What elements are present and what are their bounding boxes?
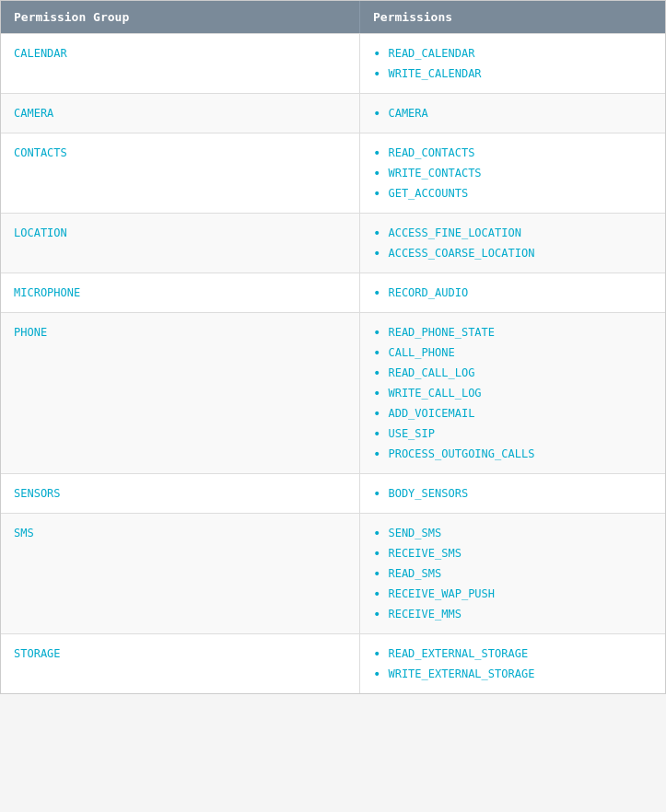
table-row: SENSORS•BODY_SENSORS (1, 473, 665, 513)
table-row: CONTACTS•READ_CONTACTS•WRITE_CONTACTS•GE… (1, 133, 665, 213)
perm-label: READ_SMS (388, 567, 441, 580)
perm-item: •RECEIVE_MMS (373, 604, 652, 624)
perm-label: ACCESS_FINE_LOCATION (388, 226, 521, 239)
perm-label: READ_PHONE_STATE (388, 326, 495, 339)
cell-group-contacts: CONTACTS (1, 133, 360, 213)
table-row: CALENDAR•READ_CALENDAR•WRITE_CALENDAR (1, 33, 665, 93)
perm-label: ADD_VOICEMAIL (388, 407, 474, 420)
perm-label: WRITE_EXTERNAL_STORAGE (388, 667, 534, 680)
bullet-icon: • (373, 346, 380, 359)
perm-item: •WRITE_CONTACTS (373, 163, 652, 183)
cell-group-storage: STORAGE (1, 634, 360, 693)
bullet-icon: • (373, 167, 380, 180)
perm-label: WRITE_CALENDAR (388, 67, 481, 80)
permissions-table: Permission Group Permissions CALENDAR•RE… (0, 0, 666, 694)
table-body: CALENDAR•READ_CALENDAR•WRITE_CALENDARCAM… (1, 33, 665, 693)
bullet-icon: • (373, 107, 380, 120)
bullet-icon: • (373, 366, 380, 379)
cell-perms-calendar: •READ_CALENDAR•WRITE_CALENDAR (360, 34, 665, 93)
perm-label: RECEIVE_WAP_PUSH (388, 587, 495, 600)
perm-label: READ_CONTACTS (388, 146, 474, 159)
table-row: STORAGE•READ_EXTERNAL_STORAGE•WRITE_EXTE… (1, 633, 665, 693)
perm-label: CAMERA (388, 107, 427, 120)
perm-item: •READ_CONTACTS (373, 143, 652, 163)
perm-label: CALL_PHONE (388, 346, 454, 359)
perm-item: •BODY_SENSORS (373, 483, 652, 504)
perm-label: READ_EXTERNAL_STORAGE (388, 647, 528, 660)
perm-item: •RECEIVE_WAP_PUSH (373, 584, 652, 604)
bullet-icon: • (373, 146, 380, 159)
table-row: MICROPHONE•RECORD_AUDIO (1, 273, 665, 312)
cell-perms-contacts: •READ_CONTACTS•WRITE_CONTACTS•GET_ACCOUN… (360, 133, 665, 213)
bullet-icon: • (373, 587, 380, 600)
perm-item: •CAMERA (373, 103, 652, 123)
table-row: LOCATION•ACCESS_FINE_LOCATION•ACCESS_COA… (1, 213, 665, 273)
perm-item: •WRITE_CALENDAR (373, 64, 652, 84)
bullet-icon: • (373, 647, 380, 660)
perm-label: ACCESS_COARSE_LOCATION (388, 247, 534, 260)
perm-label: SEND_SMS (388, 527, 441, 539)
perm-item: •READ_EXTERNAL_STORAGE (373, 644, 652, 664)
cell-group-sms: SMS (1, 514, 360, 633)
bullet-icon: • (373, 226, 380, 239)
perm-item: •USE_SIP (373, 423, 652, 444)
bullet-icon: • (373, 527, 380, 539)
perm-item: •SEND_SMS (373, 523, 652, 543)
bullet-icon: • (373, 247, 380, 260)
bullet-icon: • (373, 427, 380, 440)
perm-label: RECEIVE_MMS (388, 608, 461, 621)
cell-perms-microphone: •RECORD_AUDIO (360, 273, 665, 312)
perm-item: •READ_CALENDAR (373, 43, 652, 64)
perm-item: •ACCESS_FINE_LOCATION (373, 223, 652, 243)
perm-label: READ_CALL_LOG (388, 366, 474, 379)
perm-item: •CALL_PHONE (373, 342, 652, 363)
cell-group-camera: CAMERA (1, 94, 360, 133)
cell-perms-camera: •CAMERA (360, 94, 665, 133)
perm-item: •GET_ACCOUNTS (373, 183, 652, 203)
cell-group-microphone: MICROPHONE (1, 273, 360, 312)
perm-label: USE_SIP (388, 427, 435, 440)
perm-item: •ADD_VOICEMAIL (373, 403, 652, 423)
perm-item: •READ_SMS (373, 563, 652, 584)
bullet-icon: • (373, 487, 380, 500)
cell-perms-location: •ACCESS_FINE_LOCATION•ACCESS_COARSE_LOCA… (360, 214, 665, 273)
bullet-icon: • (373, 547, 380, 560)
bullet-icon: • (373, 326, 380, 339)
bullet-icon: • (373, 567, 380, 580)
bullet-icon: • (373, 407, 380, 420)
table-header: Permission Group Permissions (1, 1, 665, 33)
cell-perms-sensors: •BODY_SENSORS (360, 474, 665, 513)
perm-label: BODY_SENSORS (388, 487, 468, 500)
table-row: CAMERA•CAMERA (1, 93, 665, 133)
perm-item: •RECEIVE_SMS (373, 543, 652, 563)
table-row: PHONE•READ_PHONE_STATE•CALL_PHONE•READ_C… (1, 312, 665, 473)
cell-group-calendar: CALENDAR (1, 34, 360, 93)
bullet-icon: • (373, 608, 380, 621)
perm-label: GET_ACCOUNTS (388, 187, 468, 200)
bullet-icon: • (373, 67, 380, 80)
cell-perms-sms: •SEND_SMS•RECEIVE_SMS•READ_SMS•RECEIVE_W… (360, 514, 665, 633)
perm-label: RECORD_AUDIO (388, 286, 468, 299)
perm-label: RECEIVE_SMS (388, 547, 461, 560)
perm-item: •WRITE_CALL_LOG (373, 383, 652, 403)
bullet-icon: • (373, 387, 380, 400)
cell-group-phone: PHONE (1, 313, 360, 473)
bullet-icon: • (373, 286, 380, 299)
cell-perms-phone: •READ_PHONE_STATE•CALL_PHONE•READ_CALL_L… (360, 313, 665, 473)
bullet-icon: • (373, 47, 380, 60)
perm-label: WRITE_CALL_LOG (388, 387, 481, 400)
cell-group-location: LOCATION (1, 214, 360, 273)
perm-label: WRITE_CONTACTS (388, 167, 481, 180)
perm-label: READ_CALENDAR (388, 47, 474, 60)
perm-item: •ACCESS_COARSE_LOCATION (373, 243, 652, 263)
perm-item: •PROCESS_OUTGOING_CALLS (373, 444, 652, 464)
perm-item: •RECORD_AUDIO (373, 283, 652, 303)
perm-item: •READ_PHONE_STATE (373, 322, 652, 342)
cell-perms-storage: •READ_EXTERNAL_STORAGE•WRITE_EXTERNAL_ST… (360, 634, 665, 693)
bullet-icon: • (373, 667, 380, 680)
bullet-icon: • (373, 187, 380, 200)
perm-item: •READ_CALL_LOG (373, 363, 652, 383)
table-row: SMS•SEND_SMS•RECEIVE_SMS•READ_SMS•RECEIV… (1, 513, 665, 633)
header-permissions: Permissions (360, 1, 665, 33)
perm-label: PROCESS_OUTGOING_CALLS (388, 447, 534, 460)
